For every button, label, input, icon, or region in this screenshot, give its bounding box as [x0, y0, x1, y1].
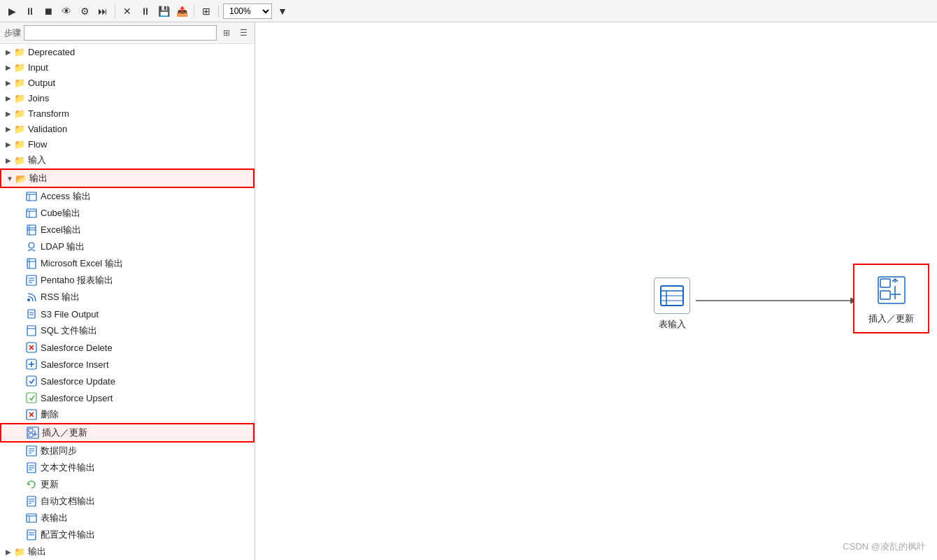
debug-button[interactable]: ⚙ — [77, 3, 92, 19]
zoom-select[interactable]: 100% 50% 75% 125% 150% — [223, 3, 272, 19]
tree-item-sf-delete[interactable]: Salesforce Delete — [0, 339, 255, 356]
label-output-cn: 输出 — [29, 172, 48, 185]
tree-item-output-cn[interactable]: ▼ 📂 输出 — [0, 168, 255, 188]
tree-item-sf-update[interactable]: Salesforce Update — [0, 373, 255, 389]
svg-rect-52 — [27, 514, 36, 522]
canvas-area[interactable]: 表输入 — [255, 22, 937, 560]
icon-s3-output — [25, 308, 38, 320]
label-msexcel-output: Microsoft Excel 输出 — [41, 257, 123, 270]
label-delete: 删除 — [41, 408, 59, 421]
tree-item-access-output[interactable]: Access 输出 — [0, 188, 255, 205]
folder-flow: 📁 — [14, 138, 25, 150]
label-ldap-output: LDAP 输出 — [41, 240, 85, 253]
folder-validation: 📁 — [14, 123, 25, 134]
tree-item-rss-output[interactable]: RSS 输出 — [0, 289, 255, 306]
sidebar-header: 步骤 ⊞ ☰ — [0, 22, 255, 44]
tree-item-joins[interactable]: ▶ 📁 Joins — [0, 90, 255, 106]
clear-button[interactable]: ✕ — [120, 3, 135, 19]
tree-item-ldap-output[interactable]: LDAP 输出 — [0, 238, 255, 255]
label-output: Output — [28, 78, 55, 88]
icon-table-output — [25, 512, 38, 524]
icon-cube-output — [25, 207, 38, 220]
icon-sql-output — [25, 324, 38, 337]
grid-button[interactable]: ⊞ — [199, 3, 214, 19]
tree-item-msexcel-output[interactable]: Microsoft Excel 输出 — [0, 255, 255, 272]
canvas-node-table-input[interactable]: 表输入 — [654, 278, 690, 331]
label-auto-doc: 自动文档输出 — [41, 495, 95, 508]
tree-item-table-output[interactable]: 表输出 — [0, 510, 255, 526]
save-button[interactable]: 💾 — [156, 3, 171, 19]
icon-data-sync — [25, 445, 38, 457]
label-joins: Joins — [28, 93, 49, 103]
sidebar-btn1[interactable]: ⊞ — [220, 26, 234, 40]
zoom-dropdown[interactable]: ▼ — [275, 3, 290, 19]
toolbar: ▶ ⏸ ⏹ 👁 ⚙ ⏭ ✕ ⏸ 💾 📤 ⊞ 100% 50% 75% 125% … — [0, 0, 937, 22]
folder-deprecated: 📁 — [14, 46, 25, 57]
tree-item-cube-output[interactable]: Cube输出 — [0, 205, 255, 222]
sidebar-btn2[interactable]: ☰ — [236, 26, 250, 40]
tree-item-sf-upsert[interactable]: Salesforce Upsert — [0, 389, 255, 406]
label-pentaho-output: Pentaho 报表输出 — [41, 274, 113, 287]
canvas-node-icon-table-input — [654, 278, 690, 314]
svg-point-10 — [29, 243, 34, 248]
tree-item-delete[interactable]: 删除 — [0, 406, 255, 423]
step-button[interactable]: ⏭ — [95, 3, 110, 19]
label-rss-output: RSS 输出 — [41, 291, 80, 303]
folder-output: 📁 — [14, 77, 25, 88]
svg-rect-19 — [28, 310, 35, 318]
tree-item-validation[interactable]: ▶ 📁 Validation — [0, 121, 255, 136]
icon-pentaho-output — [25, 274, 38, 287]
folder-input-cn: 📁 — [14, 155, 25, 166]
run-button[interactable]: ▶ — [4, 3, 20, 19]
tree-item-input-cn[interactable]: ▶ 📁 输入 — [0, 152, 255, 168]
label-more: 输出 — [28, 545, 46, 558]
tree-item-update[interactable]: 更新 — [0, 476, 255, 493]
folder-more: 📁 — [14, 546, 25, 557]
sidebar: 步骤 ⊞ ☰ ▶ 📁 Deprecated ▶ 📁 Input ▶ 📁 Ou — [0, 22, 255, 560]
tree-item-config-output[interactable]: 配置文件输出 — [0, 526, 255, 543]
tree-item-input[interactable]: ▶ 📁 Input — [0, 59, 255, 75]
label-flow: Flow — [28, 139, 47, 150]
icon-auto-doc — [25, 495, 38, 508]
label-input-cn: 输入 — [28, 154, 46, 166]
tree-item-deprecated[interactable]: ▶ 📁 Deprecated — [0, 44, 255, 59]
tree-item-s3-output[interactable]: S3 File Output — [0, 306, 255, 322]
tree-item-flow[interactable]: ▶ 📁 Flow — [0, 136, 255, 152]
tree-item-transform[interactable]: ▶ 📁 Transform — [0, 106, 255, 121]
tree-item-output[interactable]: ▶ 📁 Output — [0, 75, 255, 90]
label-text-output: 文本文件输出 — [41, 461, 95, 474]
steps-label: 步骤 — [4, 27, 21, 39]
export-button[interactable]: 📤 — [174, 3, 189, 19]
tree-item-excel-output[interactable]: Excel输出 — [0, 222, 255, 238]
label-validation: Validation — [28, 124, 67, 134]
tree-item-auto-doc[interactable]: 自动文档输出 — [0, 493, 255, 510]
label-update: 更新 — [41, 478, 59, 491]
stop-button[interactable]: ⏹ — [41, 3, 56, 19]
tree-item-sf-insert[interactable]: Salesforce Insert — [0, 356, 255, 373]
label-insert-update: 插入／更新 — [42, 426, 87, 439]
pause-button[interactable]: ⏸ — [22, 3, 38, 19]
folder-transform: 📁 — [14, 108, 25, 119]
label-transform: Transform — [28, 108, 69, 119]
pause2-button[interactable]: ⏸ — [138, 3, 153, 19]
svg-rect-31 — [27, 393, 36, 403]
search-input[interactable] — [24, 25, 217, 41]
tree-item-pentaho-output[interactable]: Pentaho 报表输出 — [0, 272, 255, 289]
icon-insert-update — [27, 426, 39, 439]
icon-msexcel-output — [25, 257, 38, 270]
tree-item-more[interactable]: ▶ 📁 输出 — [0, 543, 255, 560]
preview-button[interactable]: 👁 — [59, 3, 74, 19]
tree-item-data-sync[interactable]: 数据同步 — [0, 443, 255, 459]
arrow-deprecated: ▶ — [3, 46, 14, 57]
tree-item-sql-output[interactable]: SQL 文件输出 — [0, 322, 255, 339]
svg-rect-22 — [27, 326, 36, 336]
canvas-node-wrapper-insert-update[interactable]: 插入／更新 — [853, 264, 929, 333]
tree-item-insert-update[interactable]: 插入／更新 — [0, 423, 255, 443]
svg-rect-36 — [29, 429, 33, 432]
icon-rss-output — [25, 291, 38, 303]
icon-ldap-output — [25, 240, 38, 253]
sep3 — [218, 5, 219, 17]
icon-delete — [25, 408, 38, 421]
folder-output-cn: 📂 — [15, 173, 27, 184]
tree-item-text-output[interactable]: 文本文件输出 — [0, 459, 255, 476]
